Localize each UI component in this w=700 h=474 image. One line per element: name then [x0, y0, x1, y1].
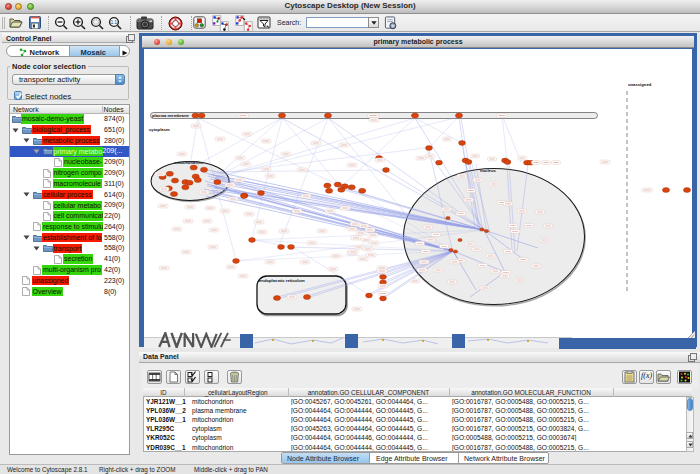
svg-text:endoplasmic reticulum: endoplasmic reticulum [259, 278, 305, 283]
svg-text:1:1: 1:1 [111, 20, 118, 25]
svg-text:unassigned: unassigned [628, 82, 652, 87]
svg-text:cytoplasm: cytoplasm [149, 127, 170, 132]
svg-text:plasma membrane: plasma membrane [152, 113, 189, 118]
svg-text:nucleus: nucleus [480, 168, 496, 173]
